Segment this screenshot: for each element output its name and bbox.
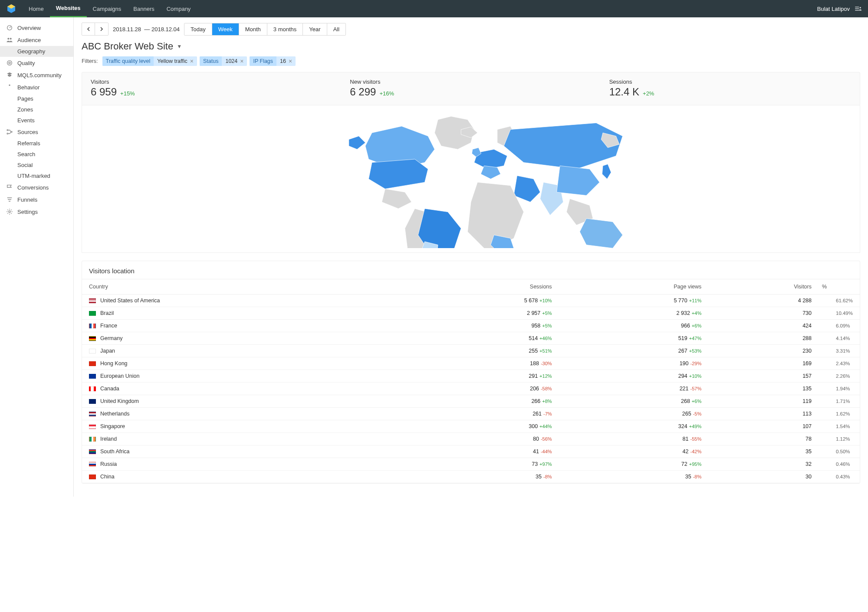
- close-icon[interactable]: ×: [240, 58, 243, 64]
- date-range-display[interactable]: 2018.11.28 — 2018.12.04: [113, 26, 180, 33]
- close-icon[interactable]: ×: [190, 58, 194, 64]
- range-tab-all[interactable]: All: [327, 23, 345, 35]
- filter-chip[interactable]: Status1024×: [200, 56, 247, 66]
- sidebar-item-overview[interactable]: Overview: [0, 22, 73, 34]
- col-sessions[interactable]: Sessions: [408, 279, 557, 295]
- chevron-down-icon: ▼: [177, 43, 182, 49]
- world-map[interactable]: [306, 110, 636, 248]
- sidebar: OverviewAudienceGeographyQualityMQL5.com…: [0, 17, 74, 497]
- range-tab-year[interactable]: Year: [303, 23, 327, 35]
- flag-icon: [89, 336, 96, 341]
- sidebar-item-sources[interactable]: Sources: [0, 126, 73, 138]
- table-row[interactable]: Germany514+46%519+47%2884.14%: [82, 332, 860, 345]
- close-icon[interactable]: ×: [289, 58, 292, 64]
- community-icon: [6, 72, 13, 79]
- flag-icon: [89, 311, 96, 316]
- range-tab-month[interactable]: Month: [239, 23, 267, 35]
- sidebar-item-funnels[interactable]: Funnels: [0, 193, 73, 206]
- sidebar-item-quality[interactable]: Quality: [0, 57, 73, 69]
- percent-value: 2.26%: [836, 373, 850, 379]
- table-row[interactable]: China35-8%35-8%300.43%: [82, 471, 860, 483]
- sidebar-item-mql5-community[interactable]: MQL5.community: [0, 69, 73, 81]
- svg-point-7: [9, 62, 10, 64]
- table-row[interactable]: United States of America5 678+10%5 770+1…: [82, 295, 860, 307]
- stat-label: Sessions: [609, 79, 851, 85]
- table-row[interactable]: Netherlands261-7%265-5%1131.62%: [82, 408, 860, 420]
- col-page-views[interactable]: Page views: [557, 279, 707, 295]
- sources-icon: [6, 128, 13, 135]
- sidebar-sub-referrals[interactable]: Referrals: [0, 138, 73, 149]
- top-nav: HomeWebsitesCampaignsBannersCompany Bula…: [0, 0, 868, 17]
- table-row[interactable]: European Union291+12%294+10%1572.26%: [82, 370, 860, 383]
- percent-value: 1.94%: [836, 386, 850, 391]
- country-name: South Africa: [100, 448, 129, 455]
- table-row[interactable]: Brazil2 957+5%2 932+4%73010.49%: [82, 307, 860, 320]
- user-switch-icon[interactable]: [854, 5, 862, 13]
- range-tab-today[interactable]: Today: [184, 23, 212, 35]
- table-row[interactable]: Ireland80-56%81-55%781.12%: [82, 433, 860, 445]
- sidebar-sub-social[interactable]: Social: [0, 160, 73, 170]
- topnav-item-websites[interactable]: Websites: [50, 0, 87, 17]
- sidebar-sub-search[interactable]: Search: [0, 149, 73, 160]
- filter-chip-value: 1024: [225, 58, 237, 64]
- table-row[interactable]: Japan255+51%267+53%2303.31%: [82, 345, 860, 357]
- filter-chip[interactable]: Traffic quality levelYellow traffic×: [102, 56, 197, 66]
- page-title-dropdown[interactable]: ABC Broker Web Site ▼: [82, 41, 860, 52]
- country-name: Germany: [100, 335, 122, 341]
- svg-point-6: [10, 38, 12, 39]
- user-name[interactable]: Bulat Latipov: [817, 6, 850, 12]
- col--[interactable]: %: [817, 279, 860, 295]
- sidebar-sub-events[interactable]: Events: [0, 115, 73, 126]
- table-row[interactable]: France958+5%966+6%4246.09%: [82, 320, 860, 332]
- conversions-icon: [6, 184, 13, 191]
- stat-visitors: Visitors6 959+15%: [91, 79, 332, 98]
- stats-summary: Visitors6 959+15%New visitors6 299+16%Se…: [82, 72, 860, 105]
- country-name: Canada: [100, 386, 119, 392]
- sidebar-sub-zones[interactable]: Zones: [0, 104, 73, 115]
- topnav-item-company[interactable]: Company: [161, 0, 197, 17]
- flag-icon: [89, 298, 96, 303]
- percent-value: 2.43%: [836, 361, 850, 366]
- range-tab-week[interactable]: Week: [212, 23, 239, 35]
- sidebar-item-conversions[interactable]: Conversions: [0, 181, 73, 193]
- country-name: Netherlands: [100, 411, 129, 417]
- sidebar-item-audience[interactable]: Audience: [0, 34, 73, 46]
- table-row[interactable]: United Kingdom266+8%268+6%1191.71%: [82, 395, 860, 408]
- table-row[interactable]: Singapore300+44%324+49%1071.54%: [82, 420, 860, 433]
- col-country[interactable]: Country: [82, 279, 408, 295]
- sidebar-sub-geography[interactable]: Geography: [0, 46, 73, 57]
- filter-chip[interactable]: IP Flags16×: [250, 56, 296, 66]
- stat-value: 12.4 K: [609, 86, 639, 98]
- topnav-item-home[interactable]: Home: [23, 0, 50, 17]
- sidebar-item-label: Quality: [17, 60, 35, 66]
- date-next-button[interactable]: [95, 23, 108, 35]
- percent-value: 0.50%: [836, 449, 850, 454]
- sidebar-item-settings[interactable]: Settings: [0, 206, 73, 218]
- sidebar-sub-pages[interactable]: Pages: [0, 93, 73, 104]
- table-row[interactable]: Russia73+97%72+95%320.46%: [82, 458, 860, 471]
- sidebar-sub-utm-marked[interactable]: UTM-marked: [0, 170, 73, 181]
- table-row[interactable]: Canada206-58%221-57%1351.94%: [82, 383, 860, 395]
- stat-label: New visitors: [350, 79, 592, 85]
- flag-icon: [89, 374, 96, 379]
- stat-delta: +2%: [643, 90, 654, 97]
- stat-delta: +16%: [379, 90, 394, 97]
- sidebar-item-label: Sources: [17, 129, 38, 135]
- topnav-item-campaigns[interactable]: Campaigns: [87, 0, 128, 17]
- sidebar-item-label: Settings: [17, 209, 38, 215]
- svg-point-5: [7, 38, 9, 39]
- country-name: United States of America: [100, 298, 160, 304]
- topnav-item-banners[interactable]: Banners: [127, 0, 160, 17]
- table-row[interactable]: South Africa41-44%42-42%350.50%: [82, 445, 860, 458]
- percent-value: 4.14%: [836, 336, 850, 341]
- svg-point-3: [860, 7, 861, 8]
- table-row[interactable]: Hong Kong188-30%190-29%1692.43%: [82, 357, 860, 370]
- country-name: Hong Kong: [100, 360, 128, 367]
- sidebar-item-behavior[interactable]: Behavior: [0, 81, 73, 93]
- svg-rect-2: [855, 10, 859, 11]
- date-prev-button[interactable]: [82, 23, 95, 35]
- stat-sessions: Sessions12.4 K+2%: [609, 79, 851, 98]
- range-tab-3-months[interactable]: 3 months: [267, 23, 303, 35]
- col-visitors[interactable]: Visitors: [707, 279, 817, 295]
- percent-value: 1.71%: [836, 399, 850, 404]
